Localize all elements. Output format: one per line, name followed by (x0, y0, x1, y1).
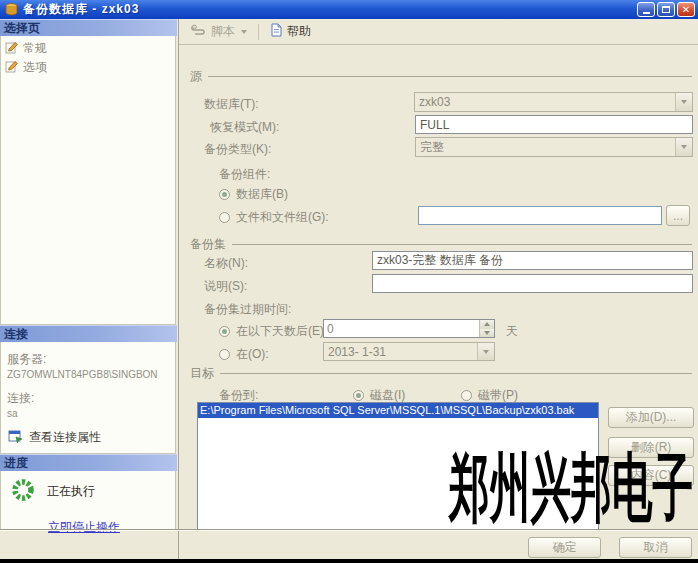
expire-date-value: 2013- 1-31 (324, 345, 477, 359)
chevron-down-icon (483, 350, 489, 354)
radio-expire-after-days-label: 在以下天数后(E): (236, 323, 327, 340)
radio-unselected-icon (219, 349, 230, 360)
chevron-down-icon (241, 30, 247, 34)
backup-type-label: 备份类型(K): (204, 141, 271, 158)
close-icon: ✕ (682, 5, 690, 15)
progress-header: 进度 (0, 454, 177, 471)
radio-selected-icon (219, 326, 230, 337)
combo-dropdown-button[interactable] (477, 343, 494, 360)
sidebar-item-label: 常规 (23, 40, 47, 57)
server-value: ZG7OMWLNT84PGB8\SINGBON (7, 369, 175, 380)
connection-value: sa (7, 408, 175, 419)
view-connection-properties-label: 查看连接属性 (29, 429, 101, 446)
group-divider (232, 244, 692, 245)
window-title: 备份数据库 - zxk03 (23, 1, 635, 18)
recovery-model-field[interactable] (415, 115, 693, 134)
backup-description-field[interactable] (372, 274, 693, 293)
maximize-icon (662, 6, 670, 13)
cancel-button[interactable]: 取消 (619, 537, 692, 558)
backup-description-label: 说明(S): (204, 278, 247, 295)
database-icon (5, 3, 18, 16)
select-page-panel: 常规 选项 (0, 36, 176, 325)
expire-days-input[interactable] (324, 320, 479, 337)
browse-button[interactable]: ... (666, 205, 690, 226)
footer-divider (0, 529, 698, 531)
files-filegroups-field[interactable] (418, 206, 662, 225)
arrow-up-icon (484, 322, 490, 326)
backup-type-combobox[interactable]: 完整 (415, 137, 693, 157)
radio-expire-after-days[interactable]: 在以下天数后(E): (219, 323, 327, 340)
progress-panel: 正在执行 立即停止操作 (0, 471, 176, 530)
backup-type-combobox-value: 完整 (416, 139, 675, 156)
radio-unselected-icon (219, 212, 230, 223)
minimize-icon (643, 12, 650, 14)
radio-unselected-icon (461, 390, 472, 401)
combo-dropdown-button[interactable] (675, 93, 692, 111)
main-panel: 脚本 帮助 源 (178, 19, 698, 563)
progress-spinner-icon (11, 478, 35, 505)
database-combobox[interactable]: zxk03 (414, 92, 693, 112)
select-page-header: 选择页 (0, 19, 177, 36)
sidebar-item-options[interactable]: 选项 (1, 58, 175, 77)
arrow-down-icon (484, 331, 490, 335)
expire-date-picker[interactable]: 2013- 1-31 (323, 342, 495, 361)
connection-header: 连接 (0, 325, 177, 342)
page-icon (5, 41, 19, 57)
titlebar[interactable]: 备份数据库 - zxk03 ✕ (0, 0, 698, 19)
chevron-down-icon (681, 100, 687, 104)
source-group-label: 源 (190, 68, 202, 85)
backup-set-group-label: 备份集 (190, 236, 226, 253)
backup-destination-list[interactable]: E:\Program Files\Microsoft SQL Server\MS… (197, 402, 599, 531)
help-button[interactable]: 帮助 (266, 21, 315, 42)
expire-days-spinner[interactable] (323, 319, 495, 338)
stop-action-link[interactable]: 立即停止操作 (48, 519, 120, 536)
script-button-label: 脚本 (211, 23, 235, 40)
chevron-down-icon (681, 145, 687, 149)
backup-component-label: 备份组件: (219, 166, 270, 183)
backup-path-row[interactable]: E:\Program Files\Microsoft SQL Server\MS… (198, 403, 598, 418)
backup-database-dialog: 备份数据库 - zxk03 ✕ 选择页 常规 (0, 0, 698, 563)
help-button-label: 帮助 (287, 23, 311, 40)
minimize-button[interactable] (637, 2, 655, 17)
close-button[interactable]: ✕ (677, 2, 695, 17)
sidebar: 选择页 常规 选项 (0, 19, 177, 563)
radio-backup-database[interactable]: 数据库(B) (219, 186, 288, 203)
recovery-model-label: 恢复模式(M): (210, 119, 279, 136)
maximize-button[interactable] (657, 2, 675, 17)
page-icon (5, 60, 19, 76)
database-combobox-value: zxk03 (415, 95, 675, 109)
script-button[interactable]: 脚本 (187, 21, 251, 42)
server-label: 服务器: (7, 351, 175, 368)
connection-panel: 服务器: ZG7OMWLNT84PGB8\SINGBON 连接: sa 查看连接… (0, 342, 176, 454)
radio-expire-on-date-label: 在(O): (236, 346, 269, 363)
toolbar-separator (258, 24, 259, 40)
group-divider (220, 373, 692, 374)
database-label: 数据库(T): (204, 96, 259, 113)
radio-expire-on-date[interactable]: 在(O): (219, 346, 269, 363)
ok-button[interactable]: 确定 (528, 537, 601, 558)
group-divider (208, 76, 692, 77)
sidebar-item-general[interactable]: 常规 (1, 39, 175, 58)
connection-label: 连接: (7, 390, 175, 407)
backup-set-expire-label: 备份集过期时间: (204, 301, 291, 318)
backup-name-label: 名称(N): (204, 255, 248, 272)
connection-properties-icon (8, 430, 23, 446)
radio-selected-icon (219, 189, 230, 200)
combo-dropdown-button[interactable] (675, 138, 692, 156)
dialog-content: 源 数据库(T): zxk03 恢复模式(M): 备份类型(K): 完整 备份组… (179, 46, 698, 563)
radio-selected-icon (353, 390, 364, 401)
contents-button[interactable]: 内容(C) (608, 465, 694, 486)
script-icon (191, 23, 207, 40)
radio-backup-database-label: 数据库(B) (236, 186, 288, 203)
spinner-up-button[interactable] (480, 320, 494, 329)
view-connection-properties[interactable]: 查看连接属性 (8, 429, 175, 446)
spinner-down-button[interactable] (480, 329, 494, 338)
help-icon (270, 23, 283, 40)
days-unit-label: 天 (506, 323, 518, 340)
remove-button[interactable]: 删除(R) (608, 437, 694, 458)
bottom-border (0, 559, 698, 563)
destination-group-label: 目标 (190, 365, 214, 382)
backup-name-field[interactable] (372, 251, 693, 270)
add-button[interactable]: 添加(D)... (608, 407, 694, 428)
radio-files-filegroups[interactable]: 文件和文件组(G): (219, 209, 329, 226)
